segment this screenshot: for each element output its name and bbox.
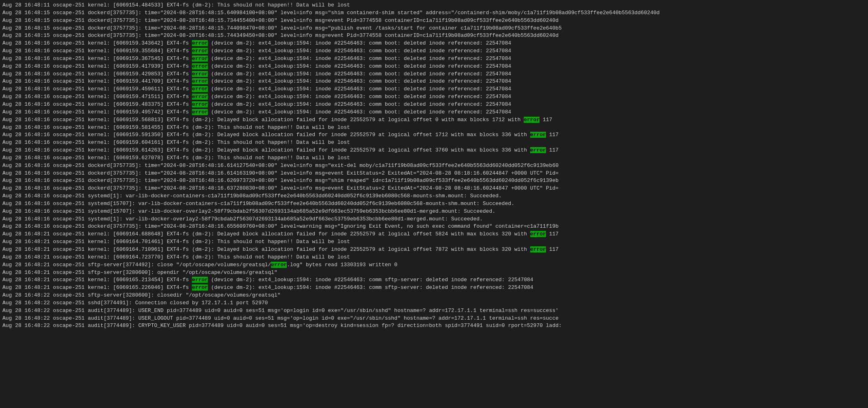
error-highlight: error [530, 246, 546, 252]
error-highlight: error [192, 86, 208, 92]
log-line: Aug 28 16:48:16 oscape-251 kernel: [6069… [2, 63, 866, 70]
log-line: Aug 28 16:48:21 oscape-251 kernel: [6069… [2, 276, 866, 284]
log-line: Aug 28 16:48:16 oscape-251 kernel: [6069… [2, 55, 866, 63]
error-highlight: error [530, 132, 546, 138]
error-highlight: error [192, 277, 208, 283]
log-line: Aug 28 16:48:15 oscape-251 dockerd[37577… [2, 17, 866, 25]
log-line: Aug 28 16:48:15 oscape-251 dockerd[37577… [2, 9, 866, 17]
log-line: Aug 28 16:48:16 oscape-251 systemd[1]: v… [2, 192, 866, 200]
log-line: Aug 28 16:48:16 oscape-251 kernel: [6069… [2, 85, 866, 93]
log-line: Aug 28 16:48:22 oscape-251 audit[3774489… [2, 315, 866, 323]
error-highlight: error [530, 231, 546, 237]
log-line: Aug 28 16:48:16 oscape-251 kernel: [6069… [2, 101, 866, 109]
error-highlight: error [192, 101, 208, 107]
log-line: Aug 28 16:48:21 oscape-251 kernel: [6069… [2, 238, 866, 246]
log-line: Aug 28 16:48:16 oscape-251 systemd[15707… [2, 200, 866, 208]
error-highlight: error [530, 147, 546, 153]
log-line: Aug 28 16:48:21 oscape-251 kernel: [6069… [2, 284, 866, 292]
log-line: Aug 28 16:48:11 oscape-251 kernel: [6069… [2, 2, 866, 9]
log-line: Aug 28 16:48:16 oscape-251 kernel: [6069… [2, 40, 866, 47]
log-line: Aug 28 16:48:16 oscape-251 dockerd[37577… [2, 185, 866, 192]
log-line: Aug 28 16:48:16 oscape-251 kernel: [6069… [2, 147, 866, 154]
error-highlight: error [192, 48, 208, 54]
error-highlight: error [192, 63, 208, 69]
log-line: Aug 28 16:48:16 oscape-251 kernel: [6069… [2, 131, 866, 139]
error-highlight: error [192, 109, 208, 115]
log-line: Aug 28 16:48:16 oscape-251 dockerd[37577… [2, 170, 866, 177]
log-line: Aug 28 16:48:22 oscape-251 sftp-server[3… [2, 292, 866, 299]
log-line: Aug 28 16:48:21 oscape-251 kernel: [6069… [2, 246, 866, 254]
log-line: Aug 28 16:48:16 oscape-251 kernel: [6069… [2, 47, 866, 55]
error-highlight: error [192, 94, 208, 100]
log-line: Aug 28 16:48:15 oscape-251 dockerd[37577… [2, 25, 866, 32]
error-highlight: error [524, 117, 540, 123]
log-line: Aug 28 16:48:16 oscape-251 kernel: [6069… [2, 139, 866, 147]
log-line: Aug 28 16:48:16 oscape-251 systemd[1]: v… [2, 216, 866, 223]
log-line: Aug 28 16:48:21 oscape-251 sftp-server[3… [2, 269, 866, 277]
error-highlight: error [192, 40, 208, 46]
log-line: Aug 28 16:48:16 oscape-251 kernel: [6069… [2, 109, 866, 116]
log-line: Aug 28 16:48:22 oscape-251 audit[3774489… [2, 322, 866, 330]
log-line: Aug 28 16:48:16 oscape-251 kernel: [6069… [2, 124, 866, 132]
log-line: Aug 28 16:48:21 oscape-251 kernel: [6069… [2, 254, 866, 261]
error-highlight: error [192, 71, 208, 77]
log-line: Aug 28 16:48:22 oscape-251 audit[3774489… [2, 307, 866, 315]
log-line: Aug 28 16:48:16 oscape-251 kernel: [6069… [2, 78, 866, 85]
log-line: Aug 28 16:48:16 oscape-251 kernel: [6069… [2, 93, 866, 101]
log-line: Aug 28 16:48:21 oscape-251 sftp-server[3… [2, 261, 866, 269]
error-highlight: error [271, 262, 287, 268]
error-highlight: error [192, 78, 208, 84]
log-line: Aug 28 16:48:16 oscape-251 kernel: [6069… [2, 116, 866, 124]
log-line: Aug 28 16:48:16 oscape-251 dockerd[37577… [2, 162, 866, 170]
log-line: Aug 28 16:48:16 oscape-251 kernel: [6069… [2, 154, 866, 162]
log-line: Aug 28 16:48:15 oscape-251 dockerd[37577… [2, 32, 866, 40]
log-container: Aug 28 16:48:11 oscape-251 kernel: [6069… [0, 0, 868, 331]
log-line: Aug 28 16:48:16 oscape-251 kernel: [6069… [2, 70, 866, 78]
log-line: Aug 28 16:48:16 oscape-251 systemd[15707… [2, 208, 866, 216]
log-line: Aug 28 16:48:16 oscape-251 dockerd[37577… [2, 177, 866, 185]
log-line: Aug 28 16:48:16 oscape-251 dockerd[37577… [2, 223, 866, 231]
error-highlight: error [192, 56, 208, 62]
error-highlight: error [192, 284, 208, 291]
log-line: Aug 28 16:48:22 oscape-251 sshd[3774491]… [2, 299, 866, 307]
log-line: Aug 28 16:48:21 oscape-251 kernel: [6069… [2, 231, 866, 238]
